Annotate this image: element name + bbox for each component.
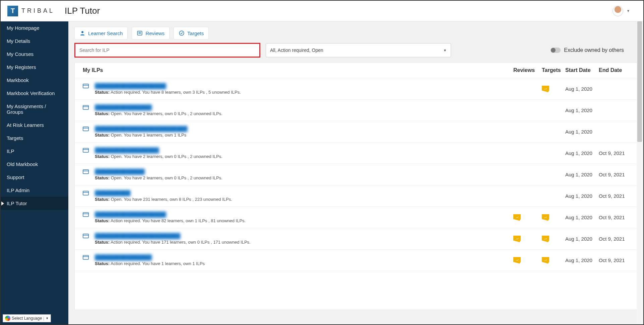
card-icon (83, 255, 89, 261)
card-icon (83, 127, 89, 132)
flag-icon (513, 257, 521, 264)
cell-targets (542, 257, 565, 264)
topbar: T TRIBAL ILP Tutor ▼ (1, 1, 643, 21)
sidebar-item-ilp-tutor[interactable]: ILP Tutor (1, 197, 68, 210)
ilp-link[interactable]: ████████████████ (95, 104, 152, 110)
ilp-link[interactable]: ██████████████████ (95, 147, 159, 153)
ilp-status: Status: Action required. You have 82 lea… (95, 218, 246, 223)
cell-end: Oct 9, 2021 (599, 257, 629, 263)
main-content: Learner Search Reviews Targets All, Acti… (68, 21, 643, 324)
svg-rect-19 (83, 234, 89, 238)
table-row[interactable]: ██████████████Status: Open. You have 2 l… (75, 164, 637, 185)
table-row[interactable]: ████████████████Status: Action required.… (75, 250, 637, 271)
cell-start: Aug 1, 2020 (565, 150, 599, 156)
col-reviews: Reviews (513, 67, 542, 73)
chevron-down-icon: ▼ (443, 49, 447, 52)
svg-rect-5 (83, 84, 89, 88)
card-icon (83, 212, 89, 218)
svg-rect-15 (83, 191, 89, 195)
scrollbar[interactable] (637, 21, 643, 324)
search-input[interactable] (74, 43, 260, 58)
exclude-toggle[interactable] (551, 48, 561, 53)
svg-point-4 (179, 31, 184, 35)
chevron-down-icon: ▼ (627, 9, 630, 13)
sidebar-item-my-courses[interactable]: My Courses (1, 48, 68, 61)
cell-targets (542, 86, 565, 92)
targets-label: Targets (187, 30, 204, 36)
ilp-link[interactable]: ██████████████████████████ (95, 126, 187, 132)
table-row[interactable]: ████████████████████Status: Action requi… (75, 78, 637, 100)
sidebar-item-my-details[interactable]: My Details (1, 34, 68, 48)
brand-text: TRIBAL (21, 7, 55, 14)
sidebar-item-targets[interactable]: Targets (1, 132, 68, 145)
scrollbar-thumb[interactable] (637, 21, 642, 142)
ilp-link[interactable]: ██████████████ (95, 169, 145, 174)
ilp-link[interactable]: ████████████████████████ (95, 233, 180, 239)
status-filter-dropdown[interactable]: All, Action required, Open ▼ (266, 43, 451, 57)
cell-end: Oct 9, 2021 (599, 172, 629, 177)
cell-reviews (513, 214, 542, 221)
ilp-link[interactable]: ████████████████ (95, 254, 152, 260)
cell-start: Aug 1, 2020 (565, 129, 599, 135)
sidebar-item-ilp-admin[interactable]: ILP Admin (1, 184, 68, 197)
action-buttons: Learner Search Reviews Targets (68, 21, 643, 43)
sidebar-item-my-registers[interactable]: My Registers (1, 61, 68, 74)
sidebar-item-markbook-verification[interactable]: Markbook Verification (1, 87, 68, 100)
language-selector[interactable]: Select Language | ▼ (3, 314, 51, 322)
col-end: End Date (599, 67, 629, 73)
col-start: Start Date (565, 67, 599, 73)
targets-button[interactable]: Targets (174, 27, 209, 39)
table-row[interactable]: ████████████████████Status: Action requi… (75, 207, 637, 228)
cell-start: Aug 1, 2020 (565, 215, 599, 220)
card-icon (83, 169, 89, 175)
ilp-link[interactable]: ████████████████████ (95, 212, 166, 217)
sidebar-item-ilp[interactable]: ILP (1, 145, 68, 158)
sidebar-item-old-markbook[interactable]: Old Markbook (1, 158, 68, 171)
avatar-icon (613, 6, 623, 16)
reviews-label: Reviews (145, 30, 165, 36)
ilp-status: Status: Open. You have 1 learners, own 1… (95, 133, 187, 138)
sidebar-item-support[interactable]: Support (1, 171, 68, 184)
card-icon (83, 148, 89, 154)
cell-targets (542, 236, 565, 242)
learner-search-button[interactable]: Learner Search (74, 27, 128, 39)
card-icon (83, 84, 89, 89)
ilp-status: Status: Open. You have 231 learners, own… (95, 197, 232, 202)
table-row[interactable]: ████████████████Status: Open. You have 2… (75, 100, 637, 121)
cell-reviews (513, 257, 542, 264)
cell-start: Aug 1, 2020 (565, 172, 599, 177)
person-icon (79, 30, 85, 36)
target-icon (179, 30, 185, 36)
divider: | (43, 316, 44, 321)
ilp-link[interactable]: ██████████ (95, 190, 130, 196)
cell-reviews (513, 236, 542, 242)
flag-icon (542, 257, 549, 264)
sidebar-item-my-homepage[interactable]: My Homepage (1, 21, 68, 34)
table-row[interactable]: ████████████████████████Status: Action r… (75, 228, 637, 250)
ilp-link[interactable]: ████████████████████ (95, 83, 166, 89)
table-header: My ILPs Reviews Targets Start Date End D… (75, 63, 637, 78)
google-translate-icon (5, 316, 10, 321)
flag-icon (513, 214, 521, 221)
flag-icon (513, 236, 521, 242)
flag-icon (542, 214, 549, 221)
sidebar-item-markbook[interactable]: Markbook (1, 74, 68, 87)
sidebar-item-my-assignments-groups[interactable]: My Assignments / Groups (1, 100, 68, 118)
cell-start: Aug 1, 2020 (565, 86, 599, 92)
ilp-status: Status: Open. You have 2 learners, own 0… (95, 154, 222, 159)
table-row[interactable]: ██████████Status: Open. You have 231 lea… (75, 185, 637, 207)
sidebar-item-at-risk-learners[interactable]: At Risk Learners (1, 118, 68, 132)
table-row[interactable]: ██████████████████Status: Open. You have… (75, 143, 637, 164)
card-icon (83, 234, 89, 239)
cell-end: Oct 9, 2021 (599, 150, 629, 156)
status-filter-value: All, Action required, Open (270, 48, 323, 53)
cell-end: Oct 9, 2021 (599, 236, 629, 242)
cell-start: Aug 1, 2020 (565, 257, 599, 263)
sidebar: My HomepageMy DetailsMy CoursesMy Regist… (1, 21, 68, 324)
reviews-button[interactable]: Reviews (132, 27, 170, 39)
cell-start: Aug 1, 2020 (565, 193, 599, 199)
learner-search-label: Learner Search (88, 30, 123, 36)
user-menu[interactable]: ▼ (613, 6, 637, 16)
ilp-table: My ILPs Reviews Targets Start Date End D… (74, 62, 637, 310)
table-row[interactable]: ██████████████████████████Status: Open. … (75, 121, 637, 143)
